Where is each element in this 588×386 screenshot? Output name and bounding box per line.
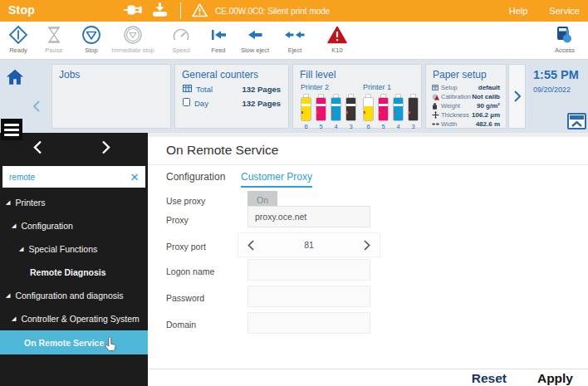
day-counter-icon [183, 98, 190, 108]
paper-row-calibration: Calibration Not calib [432, 92, 500, 101]
tree-expand-icon: ◢ [6, 292, 10, 299]
title-separator [148, 164, 588, 165]
sidebar-item-configuration[interactable]: ◢Configuration [0, 214, 148, 237]
clear-search-icon[interactable]: × [124, 170, 145, 184]
counter-label: Day [194, 99, 208, 108]
help-button[interactable]: Help [509, 6, 528, 16]
sidebar-item-configuration-and-diagnosis[interactable]: ◢Configuration and diagnosis [0, 284, 148, 307]
k10-warning-button[interactable]: K10 [306, 24, 368, 54]
password-input[interactable] [247, 286, 370, 307]
paper-setup-card[interactable]: Paper setup Setup default Calibration No… [425, 64, 507, 129]
increment-button[interactable] [355, 236, 380, 255]
access-button[interactable]: Access [534, 24, 588, 54]
ink-bottle-yellow [301, 94, 311, 121]
fill-level-numbers: 6543 [363, 123, 419, 130]
fill-level-title: Fill level [293, 65, 421, 81]
apply-button[interactable]: Apply [537, 371, 573, 386]
sidebar-item-controller-operating-system[interactable]: ◢Controller & Operating System [0, 307, 148, 330]
chevron-right-icon [100, 139, 112, 155]
paper-row-thickness: Thickness 106.2 µm [432, 110, 500, 120]
chevron-left-icon [32, 139, 44, 155]
logon-name-label: Logon name [166, 266, 214, 276]
topbar-separator [180, 2, 181, 19]
tree-expand-icon: ◢ [19, 246, 23, 252]
paper-row-weight: Weight 90 g/m² [432, 101, 500, 110]
page-title: On Remote Service [166, 143, 278, 158]
sidebar-item-printers[interactable]: ◢Printers [0, 191, 148, 214]
printer-2-fill: Printer 2 6543 [301, 83, 356, 130]
total-counter-icon [183, 85, 192, 94]
ink-bottle-black [345, 94, 356, 121]
chevron-up-icon [569, 120, 585, 128]
general-counters-card[interactable]: General counters Total 132 Pages Day 132… [174, 64, 289, 129]
decrement-button[interactable] [238, 236, 263, 255]
chevron-right-icon [363, 239, 371, 252]
counter-row-day: Day 132 Pages [175, 98, 288, 108]
tab-configuration[interactable]: Configuration [166, 171, 225, 183]
nav-back-button[interactable] [32, 139, 44, 157]
chevron-right-icon [513, 90, 522, 103]
logon-name-input[interactable] [247, 259, 370, 281]
top-status-bar: Stop CE.00W.0C0: Silent print mode Help … [0, 0, 588, 22]
sidebar-item-special-functions[interactable]: ◢Special Functions [0, 237, 148, 261]
tab-customer-proxy[interactable]: Customer Proxy [241, 171, 312, 183]
search-input[interactable] [2, 173, 124, 182]
proxy-port-label: Proxy port [166, 242, 206, 252]
ink-bottle-cyan [393, 94, 404, 121]
paper-setup-title: Paper setup [426, 65, 506, 81]
chevron-left-icon [247, 239, 255, 252]
warning-icon [192, 3, 208, 19]
main-panel: On Remote Service Configuration Customer… [148, 133, 588, 386]
reset-button[interactable]: Reset [472, 371, 507, 386]
counter-value: 132 Pages [243, 85, 281, 94]
service-button[interactable]: Service [549, 6, 580, 16]
access-icon [534, 24, 588, 46]
counter-row-total: Total 132 Pages [175, 85, 288, 94]
menu-hamburger-button[interactable] [1, 119, 22, 140]
sidebar-item-remote-diagnosis[interactable]: Remote Diagnosis [0, 261, 148, 284]
domain-label: Domain [166, 320, 196, 330]
ink-bottle-black [408, 94, 419, 121]
setup-icon [432, 85, 441, 90]
clock: 1:55 PM 09/20/2022 [533, 68, 579, 94]
paper-row-width: Width 482.6 m [432, 120, 500, 129]
dashboard-scroll-left-icon[interactable] [32, 100, 42, 115]
jobs-title: Jobs [52, 65, 170, 81]
plug-icon[interactable] [123, 2, 143, 19]
footer-separator [148, 369, 588, 369]
status-message: CE.00W.0C0: Silent print mode [215, 7, 330, 16]
proxy-field[interactable]: proxy.oce.net [247, 206, 370, 227]
general-counters-title: General counters [175, 65, 288, 81]
calibration-icon [432, 94, 441, 100]
dashboard-strip: Jobs General counters Total 132 Pages Da… [0, 60, 588, 133]
action-toolbar: Ready Pause Stop Immediate stop Speed Fe… [0, 22, 588, 60]
domain-input[interactable] [247, 312, 370, 334]
fill-level-card[interactable]: Fill level Printer 2 6543 Printer 1 [292, 64, 422, 129]
counter-value: 132 Pages [243, 99, 281, 108]
dashboard-scroll-right-button[interactable] [508, 64, 526, 129]
clock-date: 09/20/2022 [533, 86, 579, 94]
sidebar-item-on-remote-service[interactable]: On Remote Service [0, 330, 148, 354]
machine-status-title: Stop [8, 3, 35, 17]
main-top-strip [148, 133, 588, 137]
home-icon[interactable] [6, 68, 24, 87]
ink-bottle-magenta [378, 94, 389, 121]
output-tray-icon[interactable] [150, 2, 169, 19]
tree-expand-icon: ◢ [6, 199, 10, 206]
fill-level-numbers: 6543 [301, 123, 356, 130]
clock-time: 1:55 PM [533, 68, 579, 81]
paper-row-setup: Setup default [432, 83, 500, 92]
nav-forward-button[interactable] [100, 139, 112, 157]
navigation-tree: ◢Printers ◢Configuration ◢Special Functi… [0, 191, 148, 354]
jobs-card[interactable]: Jobs [51, 64, 171, 129]
width-icon [432, 122, 441, 126]
collapse-dashboard-button[interactable] [567, 113, 586, 129]
proxy-port-value: 81 [304, 240, 314, 250]
proxy-port-stepper: 81 [238, 232, 380, 257]
use-proxy-label: Use proxy [166, 196, 205, 206]
counter-label: Total [196, 85, 213, 94]
tree-expand-icon: ◢ [12, 315, 16, 322]
ink-bottle-yellow [363, 94, 374, 121]
tree-expand-icon: ◢ [12, 222, 16, 229]
printer-1-fill: Printer 1 6543 [363, 83, 419, 130]
